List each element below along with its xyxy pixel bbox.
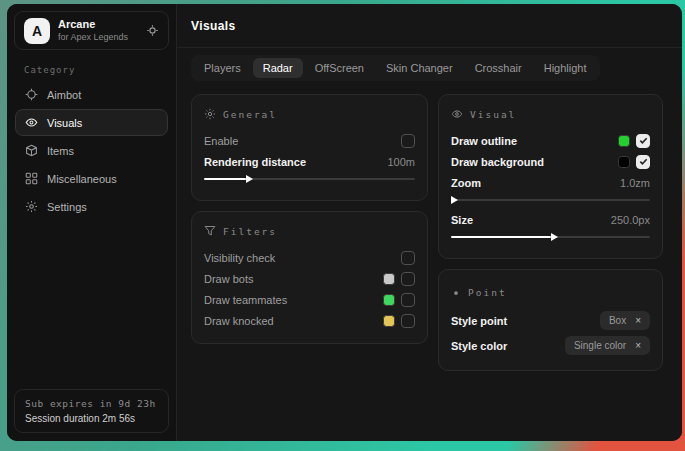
style-point-select[interactable]: Box × — [600, 311, 650, 330]
draw-knocked-checkbox[interactable] — [401, 314, 415, 328]
category-label: Category — [24, 65, 176, 75]
draw-teammates-checkbox[interactable] — [401, 293, 415, 307]
gear-icon — [25, 200, 38, 213]
size-row: Size 250.0px — [451, 209, 650, 230]
tab-offscreen[interactable]: OffScreen — [305, 58, 374, 78]
general-panel-header: General — [204, 108, 415, 120]
app-subtitle: for Apex Legends — [58, 32, 128, 43]
visual-panel-header: Visual — [451, 108, 650, 120]
general-panel: General Enable Rendering distance 100m — [191, 94, 428, 201]
visibility-check-row: Visibility check — [204, 247, 415, 268]
draw-bots-label: Draw bots — [204, 273, 254, 285]
enable-checkbox[interactable] — [401, 134, 415, 148]
grid-icon — [25, 172, 38, 185]
funnel-icon — [204, 225, 216, 237]
rendering-distance-row: Rendering distance 100m — [204, 151, 415, 172]
app-logo: A — [24, 18, 50, 44]
rendering-distance-label: Rendering distance — [204, 156, 306, 168]
zoom-label: Zoom — [451, 177, 481, 189]
draw-teammates-row: Draw teammates — [204, 289, 415, 310]
visibility-check-checkbox[interactable] — [401, 251, 415, 265]
visual-panel: Visual Draw outline Draw background — [438, 94, 663, 259]
scan-icon[interactable] — [146, 24, 159, 37]
draw-teammates-label: Draw teammates — [204, 294, 287, 306]
column-right: Visual Draw outline Draw background — [438, 94, 663, 371]
remove-icon[interactable]: × — [635, 341, 641, 351]
draw-knocked-row: Draw knocked — [204, 310, 415, 331]
remove-icon[interactable]: × — [635, 316, 641, 326]
zoom-slider[interactable] — [451, 194, 650, 206]
panel-title: Visual — [470, 109, 516, 120]
check-icon — [639, 157, 648, 166]
draw-outline-color-swatch[interactable] — [618, 135, 630, 147]
sidebar: A Arcane for Apex Legends Category — [7, 4, 177, 441]
crosshair-icon — [25, 88, 38, 101]
sub-expires-text: Sub expires in 9d 23h — [25, 398, 158, 409]
visibility-check-label: Visibility check — [204, 252, 275, 264]
rendering-distance-slider[interactable] — [204, 173, 415, 185]
draw-background-row: Draw background — [451, 151, 650, 172]
sidebar-item-label: Settings — [47, 201, 87, 213]
check-icon — [639, 136, 648, 145]
draw-knocked-label: Draw knocked — [204, 315, 274, 327]
session-duration-text: Session duration 2m 56s — [25, 413, 158, 424]
column-left: General Enable Rendering distance 100m — [191, 94, 428, 344]
zoom-value: 1.0zm — [620, 177, 650, 189]
draw-knocked-color-swatch[interactable] — [383, 315, 395, 327]
style-color-select[interactable]: Single color × — [565, 336, 650, 355]
point-icon — [451, 288, 461, 298]
enable-row: Enable — [204, 130, 415, 151]
draw-outline-row: Draw outline — [451, 130, 650, 151]
tab-highlight[interactable]: Highlight — [534, 58, 597, 78]
size-value: 250.0px — [611, 214, 650, 226]
slider-fill — [451, 236, 551, 238]
app-title: Arcane — [58, 18, 128, 32]
sidebar-item-label: Items — [47, 145, 74, 157]
brand-card: A Arcane for Apex Legends — [14, 11, 169, 50]
panel-title: Point — [468, 287, 507, 298]
draw-teammates-color-swatch[interactable] — [383, 294, 395, 306]
sidebar-item-visuals[interactable]: Visuals — [15, 109, 168, 136]
sidebar-nav: Aimbot Visuals Items — [7, 81, 176, 221]
gear-icon — [204, 108, 216, 120]
draw-outline-checkbox[interactable] — [636, 134, 650, 148]
eye-icon — [451, 108, 463, 120]
size-slider[interactable] — [451, 231, 650, 243]
box-icon — [25, 144, 38, 157]
tab-radar[interactable]: Radar — [253, 58, 303, 78]
style-point-label: Style point — [451, 315, 507, 327]
draw-bots-color-swatch[interactable] — [383, 273, 395, 285]
main-header: Visuals — [177, 4, 682, 48]
sidebar-item-label: Visuals — [47, 117, 82, 129]
sidebar-item-aimbot[interactable]: Aimbot — [15, 81, 168, 108]
tabs-container: Players Radar OffScreen Skin Changer Cro… — [191, 55, 600, 81]
content: General Enable Rendering distance 100m — [177, 81, 682, 371]
sidebar-item-miscellaneous[interactable]: Miscellaneous — [15, 165, 168, 192]
filters-panel: Filters Visibility check Draw bots — [191, 211, 428, 344]
app-window: A Arcane for Apex Legends Category — [7, 4, 682, 441]
zoom-row: Zoom 1.0zm — [451, 172, 650, 193]
panel-title: General — [223, 109, 277, 120]
tab-skin-changer[interactable]: Skin Changer — [376, 58, 463, 78]
draw-bots-checkbox[interactable] — [401, 272, 415, 286]
style-color-row: Style color Single color × — [451, 333, 650, 358]
style-point-row: Style point Box × — [451, 308, 650, 333]
draw-outline-label: Draw outline — [451, 135, 517, 147]
draw-background-color-swatch[interactable] — [618, 156, 630, 168]
subscription-info-card: Sub expires in 9d 23h Session duration 2… — [14, 389, 169, 433]
tabbar: Players Radar OffScreen Skin Changer Cro… — [191, 55, 682, 81]
slider-fill — [204, 178, 246, 180]
enable-label: Enable — [204, 135, 238, 147]
draw-background-checkbox[interactable] — [636, 155, 650, 169]
eye-icon — [25, 116, 38, 129]
sidebar-item-label: Aimbot — [47, 89, 81, 101]
sidebar-item-settings[interactable]: Settings — [15, 193, 168, 220]
draw-background-label: Draw background — [451, 156, 544, 168]
tab-players[interactable]: Players — [194, 58, 251, 78]
sidebar-item-items[interactable]: Items — [15, 137, 168, 164]
size-label: Size — [451, 214, 473, 226]
brand-text: Arcane for Apex Legends — [58, 18, 128, 43]
main-area: Visuals Players Radar OffScreen Skin Cha… — [177, 4, 682, 441]
tab-crosshair[interactable]: Crosshair — [465, 58, 532, 78]
panel-title: Filters — [223, 226, 277, 237]
